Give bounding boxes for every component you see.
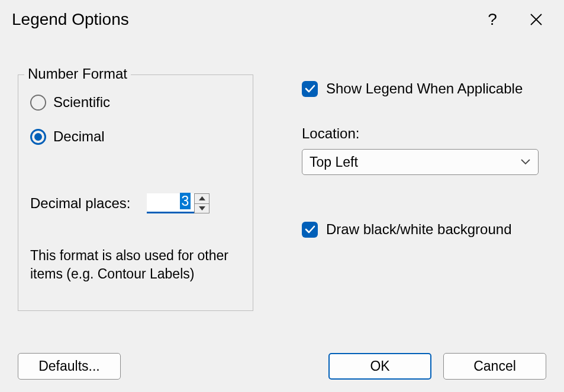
location-value: Top Left xyxy=(310,154,358,170)
dialog-body: Number Format Scientific Decimal Decimal… xyxy=(0,39,564,69)
decimal-places-row: Decimal places: 3 xyxy=(30,193,210,213)
svg-marker-3 xyxy=(199,206,205,210)
spinner-down[interactable] xyxy=(195,203,209,213)
cancel-button[interactable]: Cancel xyxy=(443,353,546,380)
chevron-down-icon xyxy=(520,158,531,166)
chevron-up-icon xyxy=(199,196,205,200)
radio-decimal[interactable]: Decimal xyxy=(30,128,110,145)
radio-decimal-label: Decimal xyxy=(53,128,105,145)
decimal-places-label: Decimal places: xyxy=(30,195,130,212)
show-legend-check xyxy=(302,81,318,97)
radio-decimal-indicator xyxy=(30,129,46,145)
show-legend-label: Show Legend When Applicable xyxy=(326,80,523,97)
defaults-button[interactable]: Defaults... xyxy=(18,353,121,380)
spinner-buttons xyxy=(194,193,210,213)
spinner-up[interactable] xyxy=(195,194,209,203)
dialog-footer: Defaults... OK Cancel xyxy=(0,352,564,380)
right-column: Show Legend When Applicable Location: To… xyxy=(302,80,544,238)
ok-button[interactable]: OK xyxy=(328,353,431,380)
radio-scientific[interactable]: Scientific xyxy=(30,94,110,111)
check-icon xyxy=(305,225,315,234)
help-button[interactable]: ? xyxy=(470,3,514,36)
decimal-places-spinner[interactable]: 3 xyxy=(147,193,210,213)
radio-scientific-indicator xyxy=(30,95,46,111)
cancel-button-label: Cancel xyxy=(473,358,516,374)
location-dropdown[interactable]: Top Left xyxy=(302,149,539,175)
draw-bw-checkbox[interactable]: Draw black/white background xyxy=(302,221,544,238)
number-format-radios: Scientific Decimal xyxy=(30,94,110,145)
radio-scientific-label: Scientific xyxy=(53,94,110,111)
close-button[interactable] xyxy=(514,3,558,36)
svg-marker-2 xyxy=(199,196,205,200)
decimal-places-value: 3 xyxy=(180,193,191,209)
location-label: Location: xyxy=(302,125,544,142)
number-format-note: This format is also used for other items… xyxy=(30,247,243,283)
draw-bw-label: Draw black/white background xyxy=(326,221,512,238)
number-format-group: Number Format Scientific Decimal Decimal… xyxy=(18,74,253,311)
show-legend-checkbox[interactable]: Show Legend When Applicable xyxy=(302,80,544,97)
close-icon xyxy=(530,13,543,26)
window-title: Legend Options xyxy=(12,10,470,29)
radio-decimal-dot xyxy=(34,133,42,141)
defaults-button-label: Defaults... xyxy=(38,358,100,374)
title-bar: Legend Options ? xyxy=(0,0,564,39)
draw-bw-check xyxy=(302,222,318,238)
help-icon: ? xyxy=(488,10,497,29)
ok-button-label: OK xyxy=(370,358,389,374)
check-icon xyxy=(305,85,315,93)
number-format-legend: Number Format xyxy=(24,66,131,82)
chevron-down-icon xyxy=(199,206,205,210)
decimal-places-input[interactable]: 3 xyxy=(147,193,194,213)
